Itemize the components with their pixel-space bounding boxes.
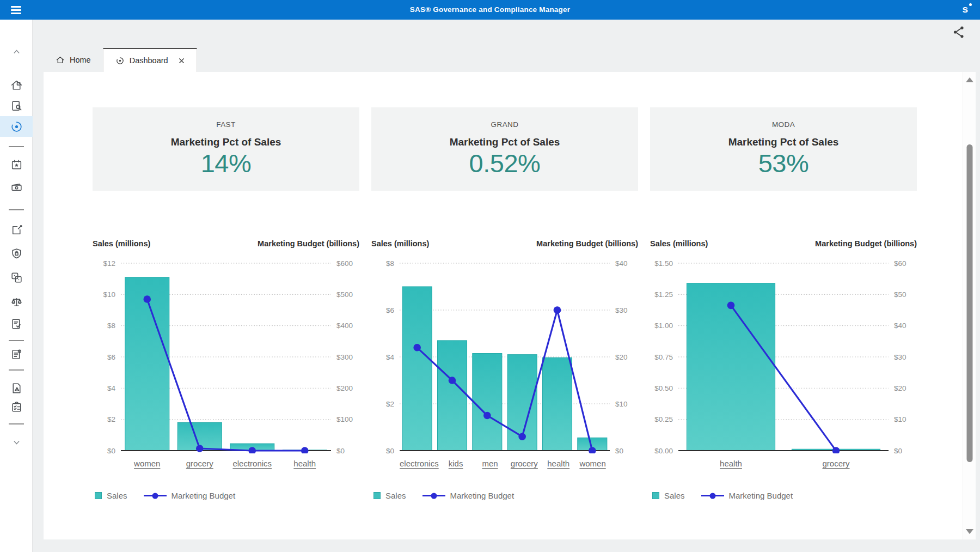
budget-point-electronics[interactable]	[413, 344, 421, 351]
sidebar-item-page-edit-icon[interactable]	[0, 220, 33, 240]
plot-area: $0.00$0$0.25$10$0.50$20$0.75$30$1.00$40$…	[650, 249, 917, 453]
sidebar-item-dashboard-gauge-icon[interactable]	[0, 116, 33, 137]
category-link-women[interactable]: women	[575, 459, 610, 468]
document-warning-icon	[10, 381, 23, 395]
category-link-kids[interactable]: kids	[439, 459, 473, 468]
right-axis-tick: $20	[894, 384, 906, 392]
budget-point-health[interactable]	[554, 306, 561, 314]
category-link-health[interactable]: health	[678, 459, 783, 468]
budget-point-health[interactable]	[301, 447, 309, 453]
sidebar-item-audit-search-icon[interactable]	[0, 95, 33, 116]
sidebar-item-document-ring-icon[interactable]	[0, 344, 33, 365]
left-axis-title: Sales (millions)	[650, 239, 708, 248]
category-link-electronics[interactable]: electronics	[400, 459, 439, 468]
right-axis-tick: $0	[894, 447, 902, 454]
sidebar-divider	[9, 423, 24, 424]
right-axis-tick: $20	[615, 353, 628, 361]
left-axis-tick: $0	[107, 447, 115, 454]
tab-home[interactable]: Home	[44, 48, 103, 72]
sidebar-item-calendar-star-icon[interactable]	[0, 154, 33, 175]
page-edit-icon	[10, 223, 23, 237]
payments-icon	[10, 180, 23, 194]
share-icon[interactable]	[952, 25, 966, 39]
chevron-up-icon	[10, 45, 23, 58]
right-axis-tick: $100	[336, 415, 353, 423]
sales-bar-men[interactable]	[473, 354, 502, 451]
sidebar-item-expand-panel-icon[interactable]	[0, 548, 33, 552]
category-link-grocery[interactable]: grocery	[174, 459, 226, 468]
category-link-electronics[interactable]: electronics	[226, 459, 279, 468]
kpi-card-fast[interactable]: FAST Marketing Pct of Sales 14%	[93, 107, 359, 191]
scrollbar-thumb[interactable]	[966, 144, 972, 462]
combo-chart-moda: Sales (millions) Marketing Budget (billi…	[650, 238, 917, 500]
kpi-metric: Marketing Pct of Sales	[728, 136, 839, 148]
scroll-down-arrow-icon[interactable]	[966, 529, 973, 534]
category-link-men[interactable]: men	[473, 459, 507, 468]
category-link-health[interactable]: health	[279, 459, 332, 468]
sidebar-item-chevron-down-icon[interactable]	[0, 432, 33, 453]
left-axis-tick: $8	[386, 259, 394, 268]
vertical-scrollbar[interactable]	[963, 72, 976, 539]
tab-dashboard[interactable]: Dashboard	[103, 48, 197, 72]
right-axis-tick: $400	[336, 322, 353, 330]
sidebar-item-shield-lock-icon[interactable]	[0, 243, 33, 264]
hamburger-menu-icon[interactable]	[11, 4, 24, 15]
combo-chart-svg: $0.00$0$0.25$10$0.50$20$0.75$30$1.00$40$…	[650, 249, 917, 453]
sales-bar-women[interactable]	[125, 277, 169, 451]
sidebar-divider	[9, 340, 24, 341]
left-axis-tick: $0.50	[654, 384, 673, 392]
balance-scale-icon	[10, 295, 23, 309]
close-icon[interactable]	[179, 58, 185, 64]
budget-point-kids[interactable]	[449, 377, 456, 384]
chart-legend: Sales Marketing Budget	[371, 491, 638, 500]
category-link-women[interactable]: women	[121, 459, 174, 468]
budget-point-women[interactable]	[143, 295, 151, 303]
home-icon	[56, 56, 65, 65]
sales-bar-kids[interactable]	[437, 341, 467, 451]
budget-point-men[interactable]	[483, 412, 491, 420]
sidebar-item-clipboard-checklist-icon[interactable]	[0, 397, 33, 417]
legend-label-sales: Sales	[107, 491, 127, 500]
kpi-value: 0.52%	[469, 150, 541, 177]
sidebar-item-dice-icon[interactable]	[0, 267, 33, 288]
sales-legend-swatch-icon	[652, 492, 659, 499]
sidebar-divider	[9, 209, 24, 210]
sidebar-item-balance-scale-icon[interactable]	[0, 292, 33, 312]
left-axis-tick: $0.75	[654, 353, 673, 361]
left-axis-title: Sales (millions)	[371, 239, 429, 248]
sidebar-item-document-warning-icon[interactable]	[0, 378, 33, 398]
category-link-grocery[interactable]: grocery	[507, 459, 541, 468]
dice-icon	[10, 271, 23, 284]
kpi-card-grand[interactable]: GRAND Marketing Pct of Sales 0.52%	[371, 107, 638, 191]
budget-point-health[interactable]	[727, 302, 735, 310]
sidebar-item-chevron-up-icon[interactable]	[0, 41, 33, 62]
budget-legend-marker-icon	[701, 495, 724, 496]
right-axis-tick: $30	[894, 353, 906, 361]
kpi-card-moda[interactable]: MODA Marketing Pct of Sales 53%	[650, 107, 917, 191]
budget-line	[147, 299, 305, 451]
category-link-health[interactable]: health	[541, 459, 575, 468]
category-link-grocery[interactable]: grocery	[783, 459, 889, 468]
sales-legend-swatch-icon	[373, 492, 381, 499]
left-axis-tick: $0	[386, 447, 394, 454]
category-axis: electronicskidsmengroceryhealthwomen	[371, 459, 638, 468]
sidebar-item-document-check-icon[interactable]	[0, 313, 33, 334]
budget-point-grocery[interactable]	[196, 445, 204, 452]
legend-label-sales: Sales	[385, 491, 406, 500]
right-axis-tick: $200	[336, 384, 353, 392]
calendar-star-icon	[10, 158, 23, 172]
sales-bar-health[interactable]	[542, 357, 572, 451]
sidebar-item-home-icon[interactable]	[0, 75, 33, 95]
clipboard-checklist-icon	[10, 401, 23, 414]
kpi-brand: GRAND	[491, 120, 519, 129]
sales-bar-electronics[interactable]	[402, 287, 432, 451]
right-axis-tick: $0	[336, 447, 345, 454]
kpi-metric: Marketing Pct of Sales	[450, 136, 560, 148]
kpi-value: 14%	[201, 150, 252, 177]
budget-point-grocery[interactable]	[518, 433, 526, 440]
scroll-up-arrow-icon[interactable]	[966, 77, 973, 82]
app-window: SAS® Governance and Compliance Manager s…	[0, 0, 980, 552]
right-axis-tick: $10	[894, 415, 906, 423]
sidebar-item-payments-icon[interactable]	[0, 177, 33, 197]
chart-legend: Sales Marketing Budget	[650, 491, 917, 500]
